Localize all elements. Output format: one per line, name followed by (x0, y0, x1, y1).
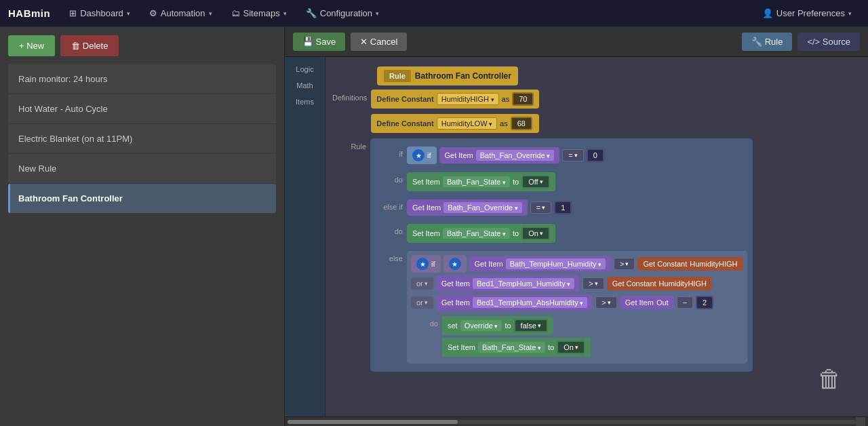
star-badge-2: ★ (416, 258, 429, 270)
override-dropdown[interactable]: Override (460, 320, 502, 331)
or-row-2: or Get Item Bed1_TempHum_AbsHumidity > (411, 294, 743, 311)
definitions-section: Definitions Define Constant HumidityHIGH… (332, 90, 868, 136)
list-item[interactable]: Hot Water - Auto Cycle (8, 94, 276, 123)
list-item[interactable]: New Rule (8, 154, 276, 183)
set-item-dropdown-1[interactable]: Bath_Fan_State (443, 176, 510, 187)
define-name-dropdown-1[interactable]: HumidityHIGH (437, 93, 499, 105)
rule-list: Rain monitor: 24 hours Hot Water - Auto … (8, 64, 276, 213)
rule-name: Bathroom Fan Controller (415, 71, 511, 81)
operator-box-4[interactable]: > (583, 277, 604, 290)
set-item-dropdown-3[interactable]: Bath_Fan_State (478, 342, 545, 353)
if-block-1: ★ if (407, 147, 437, 164)
nav-configuration[interactable]: 🔧 Configuration ▾ (298, 4, 387, 22)
scrollbar-corner (856, 417, 865, 427)
rule-label: Rule (384, 70, 411, 82)
or-row-1: or Get Item Bed1_TempHum_Humidity > Get … (411, 275, 743, 292)
to-value-1[interactable]: Off (521, 175, 549, 189)
sitemaps-icon: 🗂 (231, 8, 240, 18)
or-block-1[interactable]: or (411, 277, 433, 290)
to-value-2[interactable]: On (521, 227, 550, 240)
override-value[interactable]: false (514, 319, 548, 332)
configuration-icon: 🔧 (306, 8, 317, 18)
do-row-2: do Set Item Bath_Fan_State to On (376, 224, 747, 243)
get-item-block-3: Get Item Bath_TempHum_Humidity (469, 256, 611, 272)
editor-toolbar: 💾 Save ✕ Cancel 🔧 Rule </> Source (285, 27, 868, 57)
user-icon: 👤 (762, 8, 773, 18)
scrollbar-track[interactable] (288, 420, 856, 424)
operator-box-2[interactable]: = (530, 201, 551, 214)
rule-header-row: Rule Bathroom Fan Controller (332, 66, 868, 87)
else-if-row: else if Get Item Bath_Fan_Override = (376, 199, 747, 216)
minus-box[interactable]: − (677, 296, 693, 309)
automation-icon: ⚙ (149, 8, 157, 18)
nav-dashboard[interactable]: ⊞ Dashboard ▾ (61, 4, 138, 22)
value-box-3[interactable]: 2 (696, 296, 713, 309)
chevron-down-icon: ▾ (127, 10, 130, 17)
set-override-row: set Override to false (442, 316, 591, 335)
brand-logo: HABmin (8, 7, 50, 19)
get-constant-block-2: Get Constant HumidityHIGH (607, 277, 712, 290)
get-item-dropdown-5[interactable]: Bed1_TempHum_AbsHumidity (473, 297, 587, 308)
chevron-down-icon: ▾ (283, 10, 287, 17)
nav-automation[interactable]: ⚙ Automation ▾ (141, 4, 220, 22)
sidebar: + New 🗑 Delete Rain monitor: 24 hours Ho… (0, 27, 285, 426)
chevron-down-icon: ▾ (848, 10, 852, 17)
rule-tab-button[interactable]: 🔧 Rule (742, 33, 792, 51)
do-row-3: do set Override to false (411, 316, 743, 357)
star-badge-1: ★ (412, 149, 425, 161)
nav-user-preferences[interactable]: 👤 User Preferences ▾ (754, 4, 860, 22)
get-item-dropdown-2[interactable]: Bath_Fan_Override (443, 202, 522, 213)
do-row-1: do Set Item Bath_Fan_State to Off (376, 172, 747, 191)
navbar: HABmin ⊞ Dashboard ▾ ⚙ Automation ▾ 🗂 Si… (0, 0, 868, 27)
set-fan-on-row: Set Item Bath_Fan_State to On (442, 338, 591, 357)
set-item-block-2: Set Item Bath_Fan_State to On (407, 224, 555, 243)
main-layout: + New 🗑 Delete Rain monitor: 24 hours Ho… (0, 27, 868, 426)
canvas-sidebar-items[interactable]: Items (292, 95, 318, 109)
define-value-2[interactable]: 68 (511, 117, 532, 130)
set-item-dropdown-2[interactable]: Bath_Fan_State (443, 228, 510, 239)
chevron-down-icon: ▾ (376, 10, 379, 17)
nav-sitemaps[interactable]: 🗂 Sitemaps ▾ (223, 4, 295, 22)
get-constant-block-1: Get Constant HumidityHIGH (637, 257, 743, 271)
get-item-dropdown-4[interactable]: Bed1_TempHum_Humidity (473, 278, 574, 289)
new-button[interactable]: + New (8, 35, 55, 56)
sidebar-buttons: + New 🗑 Delete (8, 35, 276, 56)
canvas-main[interactable]: Rule Bathroom Fan Controller Definitions (326, 57, 868, 417)
scrollbar-thumb[interactable] (288, 420, 458, 424)
get-item-dropdown-1[interactable]: Bath_Fan_Override (476, 150, 555, 161)
define-value-1[interactable]: 70 (512, 92, 534, 106)
canvas-sidebar-logic[interactable]: Logic (292, 62, 317, 76)
to-value-3[interactable]: On (557, 341, 585, 354)
block-container: Rule Bathroom Fan Controller Definitions (332, 66, 868, 372)
operator-box-3[interactable]: > (614, 258, 635, 270)
get-constant-value-1: HumidityHIGH (690, 260, 737, 268)
else-block: ★ if (411, 255, 441, 273)
list-item-active[interactable]: Bathroom Fan Controller (8, 184, 276, 213)
operator-box-1[interactable]: = (562, 149, 583, 161)
get-item-block-5: Get Item Bed1_TempHum_AbsHumidity (436, 294, 593, 311)
list-item[interactable]: Electric Blanket (on at 11PM) (8, 124, 276, 153)
value-box-1[interactable]: 0 (587, 149, 604, 162)
else-inner-if: ★ if ★ Get Item Bath_TempHum (411, 255, 743, 273)
save-button[interactable]: 💾 Save (293, 33, 345, 51)
delete-button[interactable]: 🗑 Delete (60, 35, 119, 56)
trash-icon[interactable]: 🗑 (817, 365, 848, 399)
list-item[interactable]: Rain monitor: 24 hours (8, 64, 276, 94)
get-item-block-2: Get Item Bath_Fan_Override (407, 199, 528, 216)
source-tab-button[interactable]: </> Source (797, 33, 860, 51)
canvas-sidebar-math[interactable]: Math (292, 79, 317, 92)
set-override-block: set Override to false (442, 316, 553, 335)
value-box-2[interactable]: 1 (554, 201, 572, 214)
operator-box-5[interactable]: > (595, 296, 616, 309)
cancel-button[interactable]: ✕ Cancel (351, 33, 407, 51)
get-item-dropdown-3[interactable]: Bath_TempHum_Humidity (506, 258, 606, 269)
define-block-1: Define Constant HumidityHIGH as 70 (371, 90, 539, 109)
canvas-sidebar: Logic Math Items (285, 57, 326, 417)
define-text-2: Define Constant (376, 119, 433, 128)
horizontal-scrollbar[interactable] (285, 417, 868, 426)
define-block-2: Define Constant HumidityLOW as 68 (371, 114, 539, 133)
set-item-block-3: Set Item Bath_Fan_State to On (442, 338, 591, 357)
define-name-dropdown-2[interactable]: HumidityLOW (437, 117, 497, 130)
or-block-2[interactable]: or (411, 296, 433, 309)
set-item-block-1: Set Item Bath_Fan_State to Off (407, 172, 555, 191)
